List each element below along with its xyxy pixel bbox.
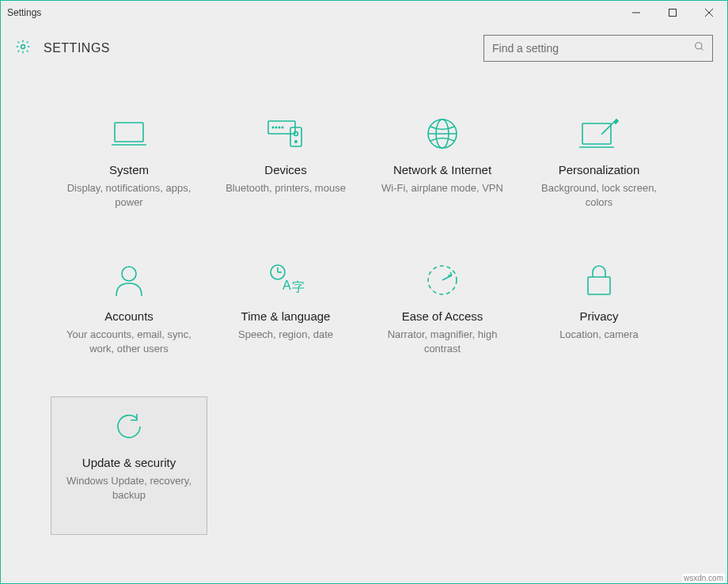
tile-title: Ease of Access [402,309,483,323]
tile-desc: Wi-Fi, airplane mode, VPN [378,181,506,195]
svg-point-16 [282,127,282,127]
globe-icon [425,112,460,155]
svg-point-15 [279,127,279,127]
content-area: System Display, notifications, apps, pow… [1,72,727,583]
svg-point-11 [294,132,298,136]
svg-rect-20 [582,123,611,144]
tile-title: System [109,163,149,176]
svg-point-5 [696,43,702,49]
svg-point-22 [122,267,136,281]
tile-title: Devices [264,163,306,176]
svg-point-12 [295,141,297,142]
minimize-button[interactable] [618,1,654,25]
svg-rect-1 [669,9,677,17]
tile-accounts[interactable]: Accounts Your accounts, email, sync, wor… [51,250,207,389]
svg-point-13 [272,127,273,127]
tile-devices[interactable]: Devices Bluetooth, printers, mouse [207,104,364,242]
tile-update-security[interactable]: Update & security Windows Update, recove… [51,396,207,535]
search-input[interactable] [483,35,713,62]
tile-title: Accounts [104,309,154,323]
tile-title: Personalization [559,163,640,176]
tile-desc: Speech, region, date [235,328,336,342]
tile-desc: Display, notifications, apps, power [56,181,202,209]
devices-icon [265,112,306,155]
personalization-icon [579,112,619,155]
header: SETTINGS [1,25,727,72]
tile-title: Update & security [82,456,176,469]
tile-desc: Bluetooth, printers, mouse [222,181,349,195]
system-icon [110,112,148,155]
svg-text:A: A [282,279,291,292]
time-language-icon: A字 [267,259,305,301]
window-title: Settings [7,7,41,18]
svg-rect-29 [588,277,610,294]
tile-desc: Your accounts, email, sync, work, other … [56,328,202,355]
tile-desc: Location, camera [556,328,642,342]
svg-rect-7 [115,123,143,142]
gear-icon [15,39,31,58]
tile-title: Network & Internet [393,163,491,176]
search-icon [694,41,705,55]
close-button[interactable] [691,1,727,25]
tile-privacy[interactable]: Privacy Location, camera [521,250,677,389]
svg-point-4 [21,45,25,49]
tile-title: Time & language [241,309,331,323]
svg-text:字: 字 [292,280,305,294]
svg-point-14 [275,127,276,127]
header-title: SETTINGS [44,41,110,55]
tile-personalization[interactable]: Personalization Background, lock screen,… [521,104,677,242]
tile-ease-of-access[interactable]: Ease of Access Narrator, magnifier, high… [364,250,521,389]
lock-icon [585,259,613,301]
svg-line-6 [701,48,703,51]
tile-desc: Windows Update, recovery, backup [56,474,202,502]
tile-title: Privacy [579,309,618,323]
window-controls [618,1,727,25]
tile-desc: Narrator, magnifier, high contrast [370,328,515,355]
titlebar: Settings [1,1,727,25]
watermark: wsxdn.com [682,574,725,582]
header-heading: SETTINGS [15,39,110,58]
tile-desc: Background, lock screen, colors [526,181,672,209]
settings-grid: System Display, notifications, apps, pow… [9,88,719,535]
search-wrap [483,35,713,62]
tile-network[interactable]: Network & Internet Wi-Fi, airplane mode,… [364,104,521,242]
update-icon [112,405,146,448]
ease-icon [425,259,460,301]
maximize-button[interactable] [654,1,691,25]
tile-system[interactable]: System Display, notifications, apps, pow… [51,104,207,242]
settings-window: Settings SETTINGS [0,0,728,584]
svg-rect-10 [290,127,301,146]
tile-time-language[interactable]: A字 Time & language Speech, region, date [207,250,364,389]
accounts-icon [113,259,145,301]
